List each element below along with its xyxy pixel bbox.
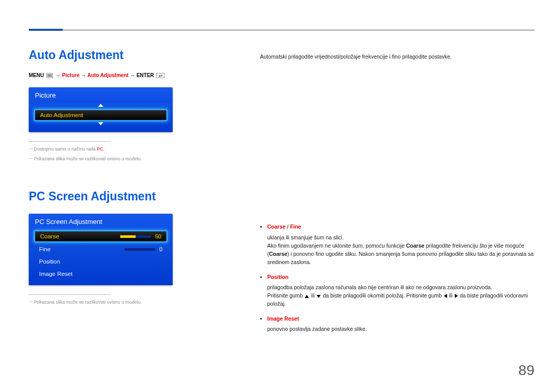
- arrow-left-icon: [444, 294, 447, 298]
- osd-pc-title: PC Screen Adjustment: [29, 214, 173, 230]
- left-column: Auto Adjustment MENU → Picture → Auto Ad…: [29, 48, 203, 309]
- osd-row-label: Fine: [39, 246, 50, 252]
- osd-row-value: 0: [159, 246, 162, 252]
- breadcrumb-menu-label: MENU: [29, 72, 44, 78]
- svg-rect-4: [156, 73, 164, 78]
- osd-arrow-down: [34, 122, 168, 127]
- osd-row-auto-adjustment[interactable]: Auto Adjustment: [34, 109, 168, 121]
- breadcrumb-auto-adjustment: MENU → Picture → Auto Adjustment → ENTER: [29, 72, 203, 78]
- note-image-vary-1: Prikazana slika može se razlikovati ovis…: [29, 156, 203, 162]
- bullet-position: Position prilagodba položaja zaslona rač…: [260, 273, 534, 308]
- page-number: 89: [519, 362, 534, 379]
- arrow-down-icon: [317, 295, 321, 298]
- section1-title: Auto Adjustment: [29, 48, 203, 62]
- bullet-title-coarse-fine: Coarse / Fine: [267, 222, 534, 231]
- osd-row-label: Auto Adjustment: [40, 112, 83, 118]
- right-column: Automatski prilagodite vrijednosti/polož…: [260, 52, 534, 333]
- section1-lead: Automatski prilagodite vrijednosti/polož…: [260, 52, 534, 61]
- breadcrumb-arrow2: →: [81, 72, 86, 78]
- osd-pc-body: Coarse50Fine0PositionImage Reset: [29, 230, 173, 285]
- arrow-right-icon: [455, 294, 458, 298]
- enter-icon: [156, 73, 164, 78]
- osd-row-coarse[interactable]: Coarse50: [34, 230, 168, 242]
- breadcrumb-auto-adjustment-item: Auto Adjustment: [87, 72, 128, 78]
- bullet-title-position: Position: [267, 273, 534, 281]
- osd-picture: Picture Auto Adjustment: [29, 87, 173, 132]
- osd-arrow-up: [34, 103, 168, 108]
- bullet-coarse-fine: Coarse / Fine uklanja ili smanjuje šum n…: [260, 222, 534, 266]
- breadcrumb-picture: Picture: [62, 72, 80, 78]
- bullet-image-reset: Image Reset ponovno postavlja zadane pos…: [260, 314, 534, 333]
- bullet-body-2a: prilagodba položaja zaslona računala ako…: [267, 283, 534, 291]
- slider[interactable]: [124, 248, 155, 251]
- osd-row-label: Coarse: [40, 233, 59, 239]
- top-rule: [29, 30, 534, 30]
- osd-row-label: Image Reset: [39, 271, 72, 277]
- osd-row-position[interactable]: Position: [34, 255, 168, 268]
- section1-description: Automatski prilagodite vrijednosti/polož…: [260, 52, 534, 61]
- bullet-body-1b: Ako finim ugođavanjem ne uklonite šum, p…: [267, 241, 534, 267]
- osd-row-fine[interactable]: Fine0: [34, 243, 168, 255]
- note-image-vary-2: Prikazana slika može se razlikovati ovis…: [29, 299, 203, 306]
- osd-picture-title: Picture: [29, 87, 173, 103]
- slider[interactable]: [120, 235, 151, 238]
- bullet-title-image-reset: Image Reset: [267, 314, 534, 323]
- section2-title: PC Screen Adjustment: [29, 190, 203, 203]
- osd-row-label: Position: [39, 258, 60, 265]
- section2-bullets: Coarse / Fine uklanja ili smanjuje šum n…: [260, 222, 534, 333]
- menu-icon: [46, 73, 53, 78]
- osd-row-image-reset[interactable]: Image Reset: [34, 268, 168, 280]
- osd-row-value: 50: [155, 233, 161, 239]
- breadcrumb-enter-label: ENTER: [137, 72, 154, 78]
- separator-1: [29, 141, 111, 142]
- osd-picture-body: Auto Adjustment: [29, 103, 173, 132]
- osd-pc-screen-adjustment: PC Screen Adjustment Coarse50Fine0Positi…: [29, 214, 173, 285]
- breadcrumb-arrow3: →: [130, 72, 135, 78]
- bullet-body-1a: uklanja ili smanjuje šum na slici.: [267, 233, 534, 241]
- bullet-body-2b: Pritisnite gumb ili da biste prilagodili…: [267, 291, 534, 308]
- breadcrumb-arrow1: →: [55, 72, 61, 78]
- note-pc-only: Dostupno samo u načinu rada PC.: [29, 146, 203, 153]
- arrow-up-icon: [305, 295, 309, 298]
- separator-2: [29, 294, 111, 295]
- bullet-body-3: ponovno postavlja zadane postavke slike.: [267, 325, 534, 333]
